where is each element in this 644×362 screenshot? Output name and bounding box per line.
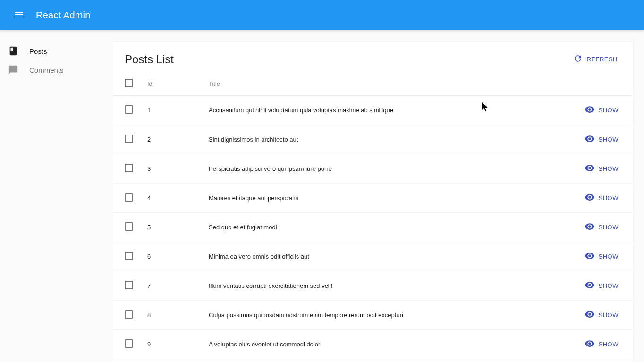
show-button[interactable]: SHOW: [582, 190, 621, 206]
show-button[interactable]: SHOW: [582, 249, 621, 264]
row-checkbox[interactable]: [125, 339, 133, 348]
cell-title: Sed quo et et fugiat modi: [203, 213, 538, 242]
page-title: Posts List: [125, 53, 174, 66]
posts-card: Posts List REFRESH Id Title: [113, 42, 633, 362]
cell-id: 5: [142, 213, 203, 242]
show-button[interactable]: SHOW: [582, 161, 621, 177]
row-checkbox[interactable]: [125, 281, 133, 289]
cell-id: 8: [142, 301, 203, 330]
row-checkbox[interactable]: [125, 105, 133, 114]
show-label: SHOW: [599, 136, 619, 143]
cell-title: Culpa possimus quibusdam nostrum enim te…: [203, 301, 538, 330]
show-label: SHOW: [599, 107, 619, 114]
sidebar-item-comments[interactable]: Comments: [0, 60, 113, 79]
show-label: SHOW: [599, 311, 619, 319]
menu-toggle-button[interactable]: [8, 4, 30, 26]
table-row[interactable]: 7Illum veritatis corrupti exercitationem…: [113, 271, 633, 301]
table-row[interactable]: 8Culpa possimus quibusdam nostrum enim t…: [113, 301, 633, 330]
show-label: SHOW: [599, 282, 619, 289]
cell-id: 2: [142, 125, 203, 154]
show-button[interactable]: SHOW: [582, 307, 621, 323]
cell-id: 1: [142, 96, 203, 125]
app-title: React Admin: [36, 10, 91, 21]
cell-title: Sint dignissimos in architecto aut: [203, 125, 538, 154]
eye-icon: [585, 104, 599, 116]
table-row[interactable]: 6Minima ea vero omnis odit officiis autS…: [113, 242, 633, 271]
eye-icon: [585, 221, 599, 233]
appbar: React Admin: [0, 0, 644, 30]
sidebar: Posts Comments: [0, 30, 113, 362]
row-checkbox[interactable]: [125, 252, 133, 260]
content-area: Posts List REFRESH Id Title: [113, 30, 644, 362]
cell-title: Maiores et itaque aut perspiciatis: [203, 184, 538, 213]
sidebar-item-label: Comments: [29, 66, 64, 74]
table-row[interactable]: 4Maiores et itaque aut perspiciatisSHOW: [113, 184, 633, 213]
table-row[interactable]: 1Accusantium qui nihil voluptatum quia v…: [113, 96, 633, 125]
refresh-label: REFRESH: [586, 56, 618, 63]
table-row[interactable]: 5Sed quo et et fugiat modiSHOW: [113, 213, 633, 242]
column-header-title[interactable]: Title: [203, 71, 538, 96]
cell-id: 6: [142, 242, 203, 271]
row-checkbox[interactable]: [125, 222, 133, 231]
row-checkbox[interactable]: [125, 310, 133, 319]
row-checkbox[interactable]: [125, 164, 133, 172]
table-row[interactable]: 9A voluptas eius eveniet ut commodi dolo…: [113, 330, 633, 359]
cell-id: 4: [142, 184, 203, 213]
show-label: SHOW: [599, 194, 619, 202]
show-button[interactable]: SHOW: [582, 132, 621, 147]
cell-title: Totam vel quasi a odio et nihil: [203, 359, 538, 362]
row-checkbox[interactable]: [125, 193, 133, 202]
eye-icon: [585, 134, 599, 145]
posts-table: Id Title 1Accusantium qui nihil voluptat…: [113, 71, 633, 362]
eye-icon: [585, 163, 599, 175]
show-button[interactable]: SHOW: [582, 337, 621, 352]
cell-title: Accusantium qui nihil voluptatum quia vo…: [203, 96, 538, 125]
show-label: SHOW: [599, 224, 619, 231]
eye-icon: [585, 309, 599, 321]
sidebar-item-label: Posts: [29, 47, 47, 55]
cell-id: 10: [142, 359, 203, 362]
eye-icon: [585, 192, 599, 204]
hamburger-icon: [13, 9, 25, 22]
column-header-id[interactable]: Id: [142, 71, 203, 96]
cell-title: Minima ea vero omnis odit officiis aut: [203, 242, 538, 271]
cell-id: 9: [142, 330, 203, 359]
show-label: SHOW: [599, 253, 619, 260]
eye-icon: [585, 280, 599, 292]
refresh-button[interactable]: REFRESH: [569, 51, 621, 67]
cell-id: 3: [142, 154, 203, 184]
comment-icon: [8, 64, 19, 76]
table-row[interactable]: 10Totam vel quasi a odio et nihilSHOW: [113, 359, 633, 362]
table-row[interactable]: 2Sint dignissimos in architecto autSHOW: [113, 125, 633, 154]
eye-icon: [585, 338, 599, 350]
cell-title: A voluptas eius eveniet ut commodi dolor: [203, 330, 538, 359]
show-label: SHOW: [599, 341, 619, 348]
sidebar-item-posts[interactable]: Posts: [0, 42, 113, 60]
select-all-checkbox[interactable]: [125, 79, 133, 87]
show-button[interactable]: SHOW: [582, 278, 621, 294]
show-button[interactable]: SHOW: [582, 219, 621, 235]
table-row[interactable]: 3Perspiciatis adipisci vero qui ipsam iu…: [113, 154, 633, 184]
cell-title: Perspiciatis adipisci vero qui ipsam iur…: [203, 154, 538, 184]
eye-icon: [585, 251, 599, 262]
show-label: SHOW: [599, 165, 619, 172]
cell-id: 7: [142, 271, 203, 301]
cell-title: Illum veritatis corrupti exercitationem …: [203, 271, 538, 301]
book-icon: [8, 45, 19, 57]
refresh-icon: [573, 54, 586, 65]
row-checkbox[interactable]: [125, 135, 133, 143]
show-button[interactable]: SHOW: [582, 102, 621, 118]
